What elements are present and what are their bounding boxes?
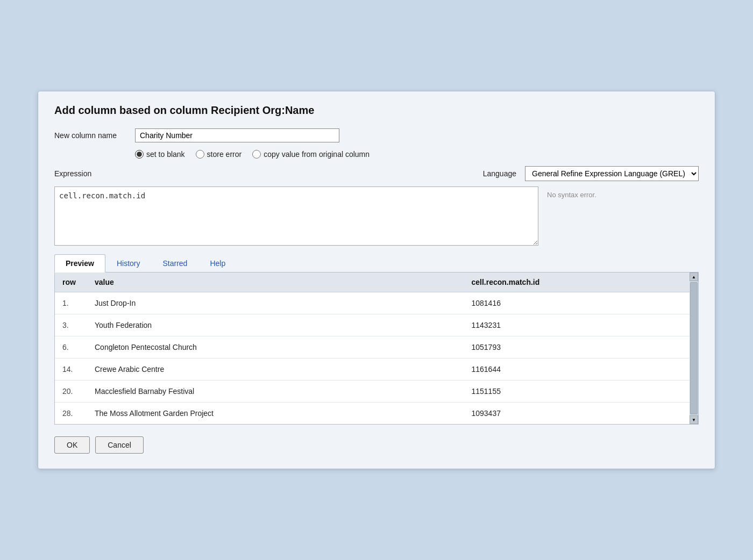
buttons-row: OK Cancel [54,436,699,454]
radio-set-blank-label: set to blank [146,150,185,159]
language-select[interactable]: General Refine Expression Language (GREL… [525,166,699,181]
syntax-status: No syntax error. [547,191,596,199]
cell-value: The Moss Allotment Garden Project [87,403,464,425]
col-header-value: value [87,272,464,292]
tab-help[interactable]: Help [198,254,237,272]
cell-value: Congleton Pentecostal Church [87,336,464,358]
radio-copy-value-label: copy value from original column [264,150,370,159]
cell-expression: 1093437 [464,403,698,425]
radio-store-error[interactable]: store error [196,150,242,159]
radio-set-blank[interactable]: set to blank [135,150,185,159]
radio-copy-value[interactable]: copy value from original column [252,150,370,159]
cancel-button[interactable]: Cancel [95,436,144,454]
column-name-row: New column name [54,128,699,142]
dialog-title: Add column based on column Recipient Org… [54,104,699,117]
tabs-header: Preview History Starred Help [54,254,699,272]
tab-preview[interactable]: Preview [54,254,105,272]
language-label: Language [483,169,516,178]
radio-set-blank-input[interactable] [135,150,144,159]
table-row: 28. The Moss Allotment Garden Project 10… [55,403,698,425]
ok-button[interactable]: OK [54,436,90,454]
expression-label: Expression [54,169,97,178]
cell-row: 1. [55,292,87,314]
table-row: 20. Macclesfield Barnaby Festival 115115… [55,380,698,403]
cell-value: Youth Federation [87,314,464,336]
table-header-row: row value cell.recon.match.id [55,272,698,292]
cell-expression: 1143231 [464,314,698,336]
cell-value: Crewe Arabic Centre [87,358,464,380]
scrollbar[interactable]: ▲ ▼ [690,272,698,424]
cell-row: 28. [55,403,87,425]
cell-expression: 1161644 [464,358,698,380]
column-name-label: New column name [54,131,130,140]
expression-language-row: Expression Language General Refine Expre… [54,166,699,181]
dialog: Add column based on column Recipient Org… [38,91,715,469]
tabs-container: Preview History Starred Help row value c… [54,254,699,425]
table-row: 14. Crewe Arabic Centre 1161644 [55,358,698,380]
table-row: 6. Congleton Pentecostal Church 1051793 [55,336,698,358]
expression-textarea[interactable]: cell.recon.match.id [54,186,538,246]
scrollbar-thumb[interactable] [690,282,698,414]
cell-value: Macclesfield Barnaby Festival [87,380,464,403]
cell-row: 6. [55,336,87,358]
scrollbar-up[interactable]: ▲ [690,272,698,281]
column-name-input[interactable] [135,128,339,142]
tab-history[interactable]: History [105,254,152,272]
error-handling-row: set to blank store error copy value from… [135,150,699,159]
preview-table-wrapper: row value cell.recon.match.id 1. Just Dr… [54,272,699,425]
tab-starred[interactable]: Starred [152,254,199,272]
scrollbar-down[interactable]: ▼ [690,415,698,424]
table-row: 3. Youth Federation 1143231 [55,314,698,336]
expression-area-wrapper: cell.recon.match.id No syntax error. [54,186,699,246]
radio-copy-value-input[interactable] [252,150,261,159]
cell-row: 14. [55,358,87,380]
table-row: 1. Just Drop-In 1081416 [55,292,698,314]
preview-table: row value cell.recon.match.id 1. Just Dr… [55,272,698,424]
cell-expression: 1081416 [464,292,698,314]
col-header-expression: cell.recon.match.id [464,272,698,292]
cell-expression: 1151155 [464,380,698,403]
cell-row: 20. [55,380,87,403]
cell-value: Just Drop-In [87,292,464,314]
radio-store-error-input[interactable] [196,150,204,159]
cell-expression: 1051793 [464,336,698,358]
col-header-row: row [55,272,87,292]
cell-row: 3. [55,314,87,336]
radio-store-error-label: store error [207,150,242,159]
